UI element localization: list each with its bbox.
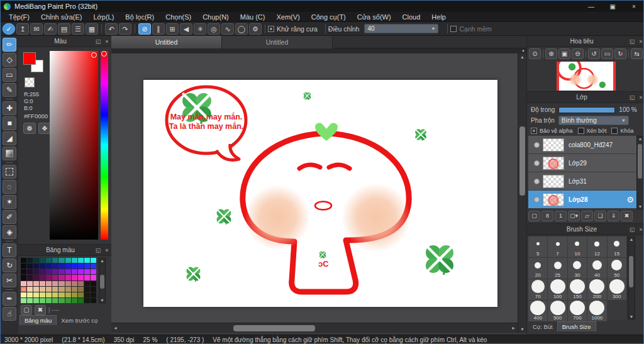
add-layer-menu-button[interactable]: ▢▾: [568, 211, 580, 221]
lasso-tool[interactable]: ◌: [3, 180, 16, 194]
palette-swatch[interactable]: [91, 298, 96, 303]
menu-item-10[interactable]: Cloud: [397, 12, 426, 21]
brush-tab-0[interactable]: Cọ: Bút: [528, 322, 557, 331]
picker-marker[interactable]: [91, 52, 97, 58]
palette-swatch[interactable]: [40, 264, 45, 269]
menu-item-7[interactable]: Xem(V): [270, 12, 305, 21]
document-tab-0[interactable]: Untitled: [111, 36, 222, 48]
undo-button[interactable]: ↶: [105, 23, 118, 35]
scroll-right-icon[interactable]: ►: [511, 326, 516, 330]
palette-swatch[interactable]: [78, 281, 84, 286]
palette-swatch[interactable]: [52, 269, 58, 274]
material-list-button[interactable]: ☰: [72, 23, 84, 35]
snap-radial-button[interactable]: ✳: [194, 23, 206, 35]
palette-swatch[interactable]: [84, 258, 90, 263]
palette-swatch[interactable]: [58, 298, 64, 303]
scroll-down-icon[interactable]: ▼: [99, 298, 105, 302]
palette-swatch[interactable]: [91, 269, 96, 274]
palette-swatch[interactable]: [40, 292, 45, 297]
soft-edge-checkbox[interactable]: [450, 26, 457, 32]
brush-size-cell[interactable]: 25: [548, 258, 567, 279]
snap-off-button[interactable]: ⊘: [138, 23, 151, 35]
reset-view-button[interactable]: ▭: [601, 48, 613, 59]
opacity-slider[interactable]: [558, 107, 615, 113]
document-tab-1[interactable]: Untitled: [222, 36, 333, 48]
menu-item-5[interactable]: Chụp(N): [197, 12, 235, 21]
palette-swatch[interactable]: [46, 287, 52, 292]
menu-item-11[interactable]: Help: [426, 12, 452, 21]
layer-visibility-dot[interactable]: [534, 142, 540, 148]
scroll-down-icon[interactable]: ▼: [518, 327, 526, 331]
palette-swatch[interactable]: [46, 281, 52, 286]
canvas-vertical-scrollbar[interactable]: ▲ ▼: [518, 53, 526, 333]
layer-settings-icon[interactable]: ⚙: [626, 195, 634, 204]
palette-swatch[interactable]: [65, 281, 71, 286]
palette-swatch[interactable]: [21, 275, 26, 280]
brush-size-cell[interactable]: 50: [608, 258, 626, 279]
marquee-select-tool[interactable]: [3, 165, 16, 179]
palette-swatch[interactable]: [91, 275, 96, 280]
add-folder-button[interactable]: ▱: [581, 211, 593, 221]
brush-size-cell[interactable]: 200: [587, 279, 606, 300]
brush-size-cell[interactable]: 7: [548, 236, 567, 257]
palette-swatch[interactable]: [72, 264, 77, 269]
transparent-color-swatch[interactable]: [25, 77, 35, 87]
brush-size-cell[interactable]: 500: [548, 301, 567, 321]
palette-swatch[interactable]: [91, 292, 96, 297]
palette-swatch[interactable]: [21, 269, 26, 274]
palette-swatch[interactable]: [72, 298, 77, 303]
add-color-button[interactable]: ▢: [21, 305, 32, 315]
palette-swatch[interactable]: [46, 275, 52, 280]
close-button[interactable]: ×: [623, 1, 644, 12]
adjust-dropdown[interactable]: 40 ▼: [364, 24, 438, 33]
menu-item-2[interactable]: Lớp(L): [87, 12, 119, 21]
eyedropper-tool[interactable]: ✒: [3, 292, 16, 306]
merge-layer-button[interactable]: ⇓: [608, 211, 619, 221]
zoom-actual-button[interactable]: ⊙: [529, 48, 541, 59]
hand-tool[interactable]: ☝: [3, 307, 16, 321]
layer-row[interactable]: Lớp31: [528, 172, 636, 191]
magic-wand-tool[interactable]: ✶: [3, 195, 16, 209]
palette-swatch[interactable]: [65, 298, 71, 303]
palette-swatch[interactable]: [52, 298, 58, 303]
palette-swatch[interactable]: [91, 264, 96, 269]
palette-swatch[interactable]: [58, 292, 64, 297]
palette-swatch[interactable]: [40, 275, 45, 280]
scroll-left-icon[interactable]: ◄: [113, 326, 118, 330]
popout-icon[interactable]: ◱: [94, 247, 103, 253]
snap-curve-button[interactable]: ∿: [221, 23, 234, 35]
select-pen-tool[interactable]: ✐: [3, 210, 16, 224]
select-eraser-tool[interactable]: ◈: [3, 225, 16, 239]
palette-swatch[interactable]: [78, 287, 84, 292]
snap-settings-button[interactable]: ⚙: [249, 23, 262, 35]
brush-size-cell[interactable]: 1000: [587, 301, 606, 321]
divide-tool[interactable]: ✂: [3, 274, 16, 287]
palette-swatch[interactable]: [27, 281, 33, 286]
palette-scrollbar[interactable]: ▲ ▼: [99, 258, 106, 303]
palette-swatch[interactable]: [21, 264, 26, 269]
scroll-up-icon[interactable]: ▲: [637, 136, 643, 141]
palette-swatch[interactable]: [58, 281, 64, 286]
brush-size-cell[interactable]: 40: [587, 258, 606, 279]
gradient-tool[interactable]: [3, 147, 16, 160]
close-icon[interactable]: ×: [636, 94, 644, 101]
snap-ellipse-button[interactable]: ◯: [235, 23, 248, 35]
antialias-checkbox[interactable]: ×: [268, 26, 274, 32]
popout-icon[interactable]: ◱: [628, 38, 636, 45]
layer-visibility-dot[interactable]: [534, 179, 540, 184]
collapse-icon[interactable]: ▲: [521, 48, 525, 52]
eraser-tool[interactable]: ◇: [3, 53, 16, 67]
palette-swatch[interactable]: [58, 287, 64, 292]
text-tool[interactable]: T: [3, 243, 16, 257]
palette-swatch[interactable]: [78, 264, 84, 269]
palette-swatch[interactable]: [52, 281, 58, 286]
palette-swatch[interactable]: [21, 281, 26, 286]
layer-row[interactable]: Lớp28⚙: [528, 191, 636, 209]
layer-thumbnail[interactable]: [543, 157, 564, 170]
menu-item-0[interactable]: Tệp(F): [3, 12, 35, 21]
palette-swatch[interactable]: [46, 258, 52, 263]
palette-swatch[interactable]: [33, 275, 39, 280]
palette-swatch[interactable]: [65, 269, 71, 274]
brush-scrollbar[interactable]: ▲ ▼: [628, 236, 635, 319]
palette-swatch[interactable]: [84, 287, 90, 292]
